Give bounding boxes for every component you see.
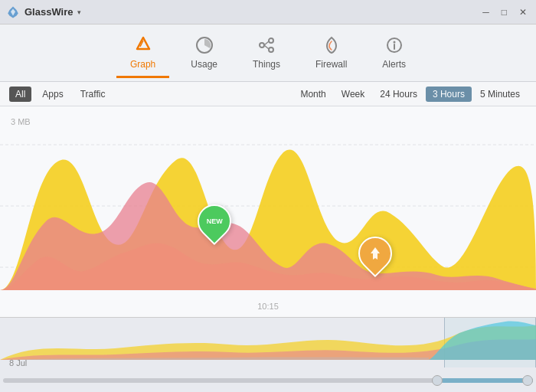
things-icon — [256, 34, 277, 56]
title-bar-controls: ─ □ ✕ — [479, 7, 530, 18]
chart-area: 3 MB NEW 10:15 — [0, 106, 536, 317]
close-button[interactable]: ✕ — [516, 7, 530, 18]
pin-new[interactable]: NEW — [198, 204, 231, 238]
time-24h-button[interactable]: 24 Hours — [373, 87, 424, 102]
svg-marker-0 — [137, 38, 149, 49]
svg-line-7 — [264, 45, 269, 49]
nav-item-usage[interactable]: Usage — [177, 28, 231, 78]
nav-label-alerts: Alerts — [382, 59, 406, 70]
firewall-icon — [321, 34, 342, 56]
graph-icon — [132, 34, 154, 56]
scrollbar-track[interactable] — [3, 378, 533, 383]
title-bar: GlassWire ▾ ─ □ ✕ — [0, 0, 536, 24]
title-bar-left: GlassWire ▾ — [6, 5, 81, 19]
nav-item-things[interactable]: Things — [239, 28, 294, 78]
pin-new-label: NEW — [207, 217, 223, 225]
svg-point-4 — [269, 38, 273, 43]
nav-label-things: Things — [253, 59, 280, 70]
time-buttons: Month Week 24 Hours 3 Hours 5 Minutes — [293, 87, 527, 102]
nav-label-firewall: Firewall — [315, 59, 347, 70]
filter-bar: All Apps Traffic Month Week 24 Hours 3 H… — [0, 82, 536, 106]
filter-traffic-button[interactable]: Traffic — [74, 87, 112, 102]
usage-icon — [194, 34, 215, 56]
minimap-svg — [0, 318, 536, 364]
maximize-button[interactable]: □ — [498, 7, 510, 18]
minimap-date-label: 8 Jul — [9, 358, 27, 368]
filter-all-button[interactable]: All — [9, 87, 31, 102]
app-dropdown-arrow[interactable]: ▾ — [77, 8, 81, 16]
scrollbar-thumb[interactable] — [441, 378, 533, 383]
svg-point-9 — [393, 41, 395, 43]
app-logo-icon — [6, 5, 20, 19]
svg-point-14 — [374, 250, 377, 253]
scrollbar-handle-right[interactable] — [522, 375, 533, 386]
minimap-scrollbar[interactable] — [0, 375, 536, 386]
nav-label-usage: Usage — [191, 59, 217, 70]
scrollbar-handle-left[interactable] — [432, 375, 443, 386]
svg-line-6 — [264, 41, 269, 45]
svg-point-3 — [260, 43, 264, 47]
chart-x-label: 10:15 — [257, 302, 279, 311]
nav-item-alerts[interactable]: Alerts — [368, 28, 420, 78]
pin-orange-icon — [368, 246, 383, 261]
nav-bar: Graph Usage Things — [0, 24, 536, 82]
time-month-button[interactable]: Month — [293, 87, 332, 102]
pin-orange[interactable] — [358, 237, 392, 270]
nav-label-graph: Graph — [130, 59, 155, 70]
chart-svg — [0, 106, 536, 317]
time-week-button[interactable]: Week — [335, 87, 371, 102]
alerts-icon — [384, 34, 405, 56]
minimize-button[interactable]: ─ — [479, 7, 492, 18]
time-5m-button[interactable]: 5 Minutes — [473, 87, 527, 102]
nav-item-firewall[interactable]: Firewall — [302, 28, 361, 78]
nav-item-graph[interactable]: Graph — [116, 28, 169, 78]
time-3h-button[interactable]: 3 Hours — [426, 87, 472, 102]
svg-point-5 — [269, 47, 273, 52]
minimap: 8 Jul — [0, 317, 536, 389]
app-title: GlassWire — [25, 6, 73, 18]
filter-apps-button[interactable]: Apps — [36, 87, 69, 102]
